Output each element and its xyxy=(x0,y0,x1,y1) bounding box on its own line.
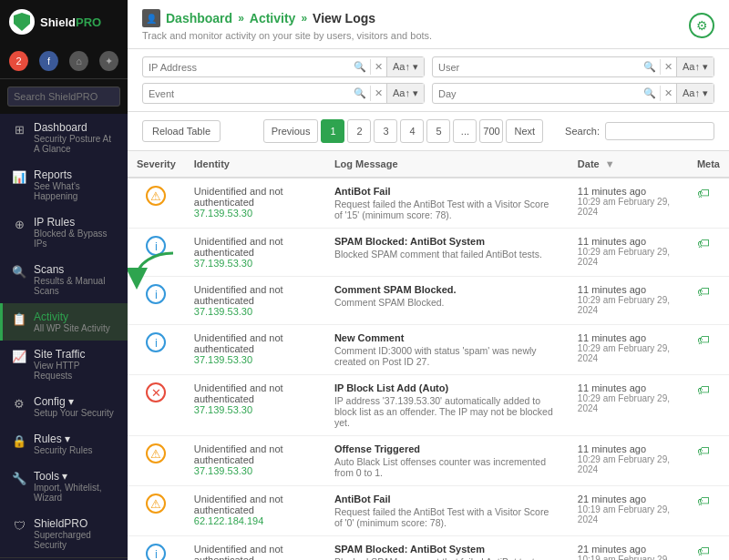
user-clear-button[interactable]: ✕ xyxy=(660,59,676,75)
page-5-button[interactable]: 5 xyxy=(426,119,450,143)
meta-tag-icon[interactable]: 🏷 xyxy=(697,284,710,299)
sidebar-item-ip-rules[interactable]: ⊕ IP Rules Blocked & Bypass IPs xyxy=(0,209,128,256)
log-title: Comment SPAM Blocked. xyxy=(334,284,560,295)
sidebar-item-dashboard[interactable]: ⊞ Dashboard Security Posture At A Glance xyxy=(0,114,128,161)
log-msg: IP address '37.139.53.30' automatically … xyxy=(334,395,560,428)
table-row: i Unidentified and not authenticated 37.… xyxy=(128,229,729,277)
log-title: New Comment xyxy=(334,332,560,343)
meta-cell: 🏷 xyxy=(688,375,729,436)
log-msg: Comment SPAM Blocked. xyxy=(334,297,560,308)
log-title: Offense Triggered xyxy=(334,443,560,454)
reload-table-button[interactable]: Reload Table xyxy=(142,120,221,142)
page-700-button[interactable]: 700 xyxy=(479,119,503,143)
log-title: AntiBot Fail xyxy=(334,186,560,197)
table-row: ⚠ Unidentified and not authenticated 37.… xyxy=(128,178,729,229)
meta-tag-icon[interactable]: 🏷 xyxy=(697,332,710,347)
page-header: 👤 Dashboard » Activity » View Logs Track… xyxy=(128,0,729,49)
ip-address-input[interactable] xyxy=(143,58,350,76)
meta-tag-icon[interactable]: 🏷 xyxy=(697,382,710,397)
sidebar-item-scans[interactable]: 🔍 Scans Results & Manual Scans xyxy=(0,256,128,303)
log-title: SPAM Blocked: AntiBot System xyxy=(334,544,560,555)
previous-button[interactable]: Previous xyxy=(263,119,319,143)
event-clear-button[interactable]: ✕ xyxy=(370,86,386,101)
dashboard-icon: ⊞ xyxy=(12,122,26,137)
meta-tag-icon[interactable]: 🏷 xyxy=(697,544,710,558)
sidebar-item-config[interactable]: ⚙ Config ▾ Setup Your Security xyxy=(0,388,128,425)
day-clear-button[interactable]: ✕ xyxy=(660,86,676,101)
date-main: 21 minutes ago xyxy=(578,544,679,555)
identity-ip[interactable]: 37.139.53.30 xyxy=(194,208,316,219)
date-sub: 10:29 am February 29, 2024 xyxy=(578,247,679,267)
meta-cell: 🏷 xyxy=(688,536,729,561)
date-main: 21 minutes ago xyxy=(578,494,679,504)
page-4-button[interactable]: 4 xyxy=(400,119,424,143)
next-button[interactable]: Next xyxy=(506,119,543,143)
header-left: 👤 Dashboard » Activity » View Logs Track… xyxy=(142,9,432,41)
activity-label: Activity xyxy=(34,311,110,323)
breadcrumb-icon: 👤 xyxy=(142,9,160,27)
identity-ip[interactable]: 37.139.53.30 xyxy=(194,258,316,269)
table-search-input[interactable] xyxy=(605,122,714,140)
identity-cell: Unidentified and not authenticated 62.12… xyxy=(185,536,325,561)
sidebar-item-activity[interactable]: 📋 Activity All WP Site Activity xyxy=(0,303,128,341)
alert-badge[interactable]: 2 xyxy=(9,51,28,71)
page-1-button[interactable]: 1 xyxy=(321,119,344,143)
sidebar-item-tools[interactable]: 🔧 Tools ▾ Import, Whitelist, Wizard xyxy=(0,463,128,510)
sidebar-item-shieldpro[interactable]: 🛡 ShieldPRO Supercharged Security xyxy=(0,510,128,557)
ip-format-select[interactable]: Aa↑ ▾ xyxy=(386,57,424,76)
log-msg: Auto Black List offenses counter was inc… xyxy=(334,456,560,478)
settings-gear-button[interactable]: ⚙ xyxy=(689,13,714,38)
breadcrumb-activity[interactable]: Activity xyxy=(250,11,296,25)
severity-cell: i xyxy=(128,325,185,375)
ip-clear-button[interactable]: ✕ xyxy=(370,59,386,75)
user-input[interactable] xyxy=(433,58,640,76)
identity-ip[interactable]: 37.139.53.30 xyxy=(194,465,316,476)
event-search-button[interactable]: 🔍 xyxy=(350,86,370,101)
identity-ip[interactable]: 62.122.184.194 xyxy=(194,515,316,526)
user-search-button[interactable]: 🔍 xyxy=(640,59,660,75)
tools-icon: 🔧 xyxy=(12,471,26,485)
search-input[interactable] xyxy=(7,87,120,107)
table-row: i Unidentified and not authenticated 62.… xyxy=(128,536,729,561)
ip-search-button[interactable]: 🔍 xyxy=(350,59,370,75)
severity-icon: ⚠ xyxy=(146,443,166,463)
ip-rules-sub: Blocked & Bypass IPs xyxy=(34,229,118,249)
meta-cell: 🏷 xyxy=(688,436,729,486)
identity-ip[interactable]: 37.139.53.30 xyxy=(194,354,316,365)
meta-tag-icon[interactable]: 🏷 xyxy=(697,236,710,250)
log-msg: Comment ID:3000 with status 'spam' was n… xyxy=(334,345,560,367)
sidebar-item-rules[interactable]: 🔒 Rules ▾ Security Rules xyxy=(0,425,128,463)
date-sub: 10:29 am February 29, 2024 xyxy=(578,343,679,363)
meta-tag-icon[interactable]: 🏷 xyxy=(697,443,710,458)
rules-icon: 🔒 xyxy=(12,433,26,448)
identity-cell: Unidentified and not authenticated 37.13… xyxy=(185,277,325,325)
star-icon[interactable]: ✦ xyxy=(99,51,118,71)
identity-ip[interactable]: 37.139.53.30 xyxy=(194,306,316,317)
log-message-cell: Offense Triggered Auto Black List offens… xyxy=(325,436,569,486)
meta-tag-icon[interactable]: 🏷 xyxy=(697,186,710,200)
severity-icon: i xyxy=(146,332,166,352)
breadcrumb-sep1: » xyxy=(238,12,244,25)
page-ellipsis: ... xyxy=(453,119,477,143)
event-input[interactable] xyxy=(143,85,350,103)
identity-label: Unidentified and not authenticated xyxy=(194,236,316,258)
date-cell: 11 minutes ago 10:29 am February 29, 202… xyxy=(569,375,688,436)
event-format-select[interactable]: Aa↑ ▾ xyxy=(386,84,424,103)
day-format-select[interactable]: Aa↑ ▾ xyxy=(676,84,714,103)
breadcrumb-dashboard[interactable]: Dashboard xyxy=(166,11,232,25)
user-format-select[interactable]: Aa↑ ▾ xyxy=(676,57,714,76)
log-message-cell: AntiBot Fail Request failed the AntiBot … xyxy=(325,486,569,536)
logo-shield xyxy=(14,13,30,31)
sidebar-item-site-traffic[interactable]: 📈 Site Traffic View HTTP Requests xyxy=(0,341,128,388)
facebook-icon[interactable]: f xyxy=(39,51,58,71)
breadcrumb: 👤 Dashboard » Activity » View Logs xyxy=(142,9,432,27)
home-icon[interactable]: ⌂ xyxy=(69,51,88,71)
sidebar-item-reports[interactable]: 📊 Reports See What's Happening xyxy=(0,161,128,209)
identity-ip[interactable]: 37.139.53.30 xyxy=(194,404,316,415)
meta-tag-icon[interactable]: 🏷 xyxy=(697,494,710,508)
page-3-button[interactable]: 3 xyxy=(374,119,397,143)
day-input[interactable] xyxy=(433,85,640,103)
log-msg: Blocked SPAM comment that failed AntiBot… xyxy=(334,249,560,260)
day-search-button[interactable]: 🔍 xyxy=(640,86,660,101)
page-2-button[interactable]: 2 xyxy=(347,119,371,143)
